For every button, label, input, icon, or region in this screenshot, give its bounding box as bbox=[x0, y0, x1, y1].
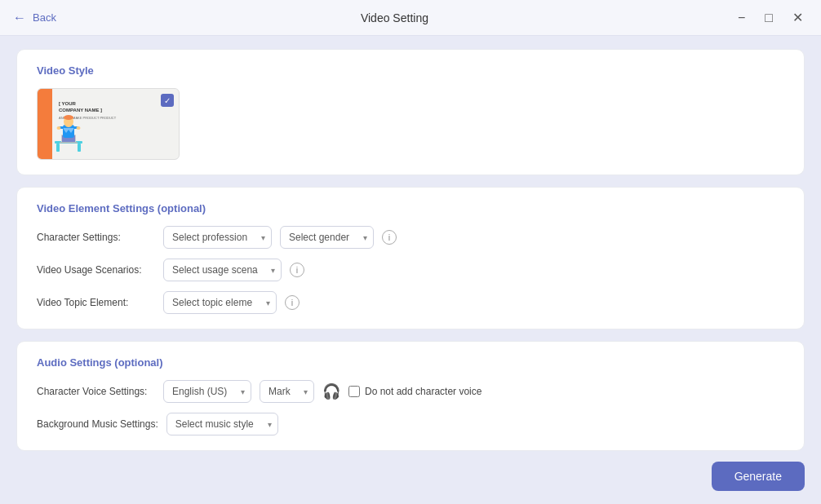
gender-select-wrapper: Select gender ▾ bbox=[280, 226, 374, 249]
video-thumbnail[interactable]: [ YOUR COMPANY NAME ] AND WE MAKE PRODUC… bbox=[37, 88, 180, 160]
video-style-row: [ YOUR COMPANY NAME ] AND WE MAKE PRODUC… bbox=[37, 88, 784, 160]
gender-select[interactable]: Select gender bbox=[280, 226, 374, 249]
window-controls: − □ ✕ bbox=[733, 10, 808, 26]
video-style-title: Video Style bbox=[37, 64, 784, 77]
usage-scenarios-row: Video Usage Scenarios: Select usage scen… bbox=[37, 259, 784, 281]
footer: Generate bbox=[0, 453, 821, 504]
character-settings-label: Character Settings: bbox=[37, 232, 155, 243]
voice-select-wrapper: Mark ▾ bbox=[260, 380, 314, 403]
minimize-button[interactable]: − bbox=[733, 10, 750, 26]
no-voice-checkbox-row: Do not add character voice bbox=[348, 386, 482, 397]
close-button[interactable]: ✕ bbox=[788, 10, 808, 26]
character-voice-label: Character Voice Settings: bbox=[37, 386, 155, 397]
character-settings-row: Character Settings: Select profession ▾ … bbox=[37, 226, 784, 249]
usage-info-icon[interactable]: i bbox=[290, 263, 304, 277]
maximize-button[interactable]: □ bbox=[760, 10, 778, 26]
topic-element-row: Video Topic Element: Select topic eleme … bbox=[37, 291, 784, 314]
topic-select-wrapper: Select topic eleme ▾ bbox=[163, 291, 277, 314]
character-illustration bbox=[52, 110, 85, 159]
no-voice-label: Do not add character voice bbox=[365, 386, 482, 397]
profession-select-wrapper: Select profession ▾ bbox=[163, 226, 272, 249]
background-music-row: Background Music Settings: Select music … bbox=[37, 413, 784, 435]
svg-point-12 bbox=[77, 126, 81, 130]
voice-select[interactable]: Mark bbox=[260, 380, 314, 403]
svg-point-8 bbox=[64, 115, 73, 120]
audio-settings-card: Audio Settings (optional) Character Voic… bbox=[16, 341, 805, 451]
language-select-wrapper: English (US) ▾ bbox=[163, 380, 251, 403]
usage-select-wrapper: Select usage scena ▾ bbox=[163, 259, 282, 281]
audio-settings-title: Audio Settings (optional) bbox=[37, 356, 784, 369]
window-title: Video Setting bbox=[361, 11, 428, 24]
svg-rect-2 bbox=[78, 144, 81, 152]
video-element-title: Video Element Settings (optional) bbox=[37, 202, 784, 214]
topic-info-icon[interactable]: i bbox=[285, 295, 300, 310]
usage-scenarios-label: Video Usage Scenarios: bbox=[37, 264, 155, 276]
background-music-label: Background Music Settings: bbox=[37, 418, 158, 430]
main-content: Video Style [ YOUR COMPANY NAME ] AND WE… bbox=[0, 36, 821, 453]
title-bar: ← Back Video Setting − □ ✕ bbox=[0, 0, 821, 36]
character-info-icon[interactable]: i bbox=[382, 230, 397, 245]
video-style-card: Video Style [ YOUR COMPANY NAME ] AND WE… bbox=[16, 49, 805, 175]
svg-point-11 bbox=[57, 126, 61, 130]
generate-button[interactable]: Generate bbox=[712, 462, 805, 491]
no-voice-checkbox[interactable] bbox=[348, 386, 360, 397]
headphone-icon[interactable]: 🎧 bbox=[322, 382, 340, 400]
profession-select[interactable]: Select profession bbox=[163, 226, 272, 249]
back-label: Back bbox=[33, 11, 56, 24]
topic-select[interactable]: Select topic eleme bbox=[163, 291, 277, 314]
svg-rect-1 bbox=[56, 144, 60, 152]
video-element-card: Video Element Settings (optional) Charac… bbox=[16, 187, 805, 329]
svg-rect-5 bbox=[60, 142, 78, 144]
back-button[interactable]: ← Back bbox=[13, 11, 56, 25]
music-select-wrapper: Select music style ▾ bbox=[166, 413, 278, 435]
usage-select[interactable]: Select usage scena bbox=[163, 259, 282, 281]
character-voice-row: Character Voice Settings: English (US) ▾… bbox=[37, 380, 784, 403]
language-select[interactable]: English (US) bbox=[163, 380, 251, 403]
topic-element-label: Video Topic Element: bbox=[37, 297, 155, 308]
thumbnail-check-icon[interactable] bbox=[161, 94, 174, 107]
music-select[interactable]: Select music style bbox=[166, 413, 278, 435]
back-arrow-icon: ← bbox=[13, 11, 26, 25]
